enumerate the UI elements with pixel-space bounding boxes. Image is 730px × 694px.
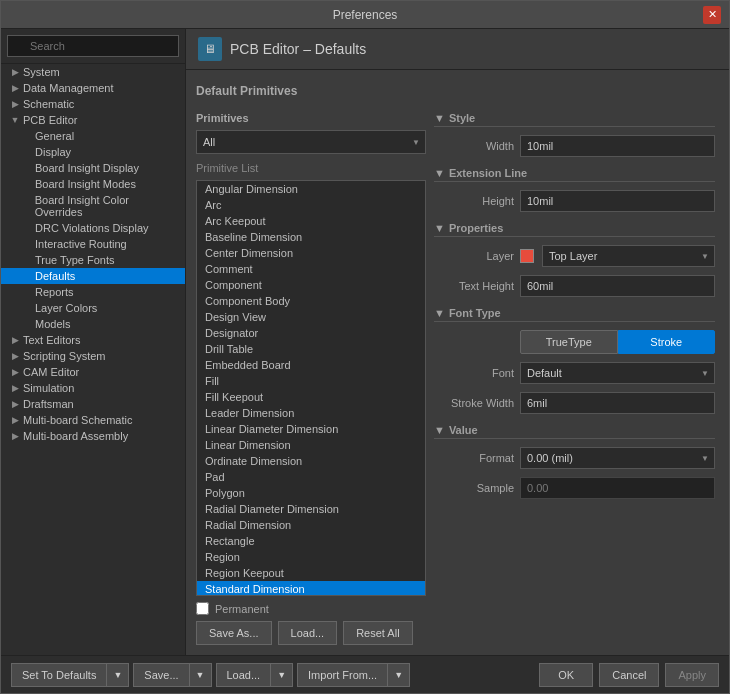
collapse-font-icon: ▼ (434, 307, 445, 319)
list-item-ordinate-dim[interactable]: Ordinate Dimension (197, 453, 425, 469)
font-select-wrapper: Default (520, 362, 715, 384)
sidebar-item-label-schematic: Schematic (23, 98, 74, 110)
sidebar-item-simulation[interactable]: ▶ Simulation (1, 380, 185, 396)
list-item-angular-dim[interactable]: Angular Dimension (197, 181, 425, 197)
sidebar-item-reports[interactable]: Reports (1, 284, 185, 300)
primitive-list-label: Primitive List (196, 162, 426, 174)
list-item-radial-diam-dim[interactable]: Radial Diameter Dimension (197, 501, 425, 517)
primitives-header: Primitives (196, 112, 426, 124)
sidebar-item-defaults[interactable]: Defaults (1, 268, 185, 284)
format-select[interactable]: 0.00 (mil) (520, 447, 715, 469)
list-item-drill-table[interactable]: Drill Table (197, 341, 425, 357)
sidebar-item-general[interactable]: General (1, 128, 185, 144)
text-height-input[interactable] (520, 275, 715, 297)
list-item-component-body[interactable]: Component Body (197, 293, 425, 309)
list-item-fill[interactable]: Fill (197, 373, 425, 389)
list-item-comment[interactable]: Comment (197, 261, 425, 277)
cancel-button[interactable]: Cancel (599, 663, 659, 687)
list-item-embedded-board[interactable]: Embedded Board (197, 357, 425, 373)
list-item-linear-diam-dim[interactable]: Linear Diameter Dimension (197, 421, 425, 437)
font-select[interactable]: Default (520, 362, 715, 384)
list-item-component[interactable]: Component (197, 277, 425, 293)
sidebar-item-board-insight-display[interactable]: Board Insight Display (1, 160, 185, 176)
footer-load-arrow[interactable]: ▼ (271, 663, 293, 687)
list-item-arc[interactable]: Arc (197, 197, 425, 213)
truetype-button[interactable]: TrueType (520, 330, 618, 354)
sidebar-item-pcb-editor[interactable]: ▼ PCB Editor (1, 112, 185, 128)
format-select-wrapper: 0.00 (mil) (520, 447, 715, 469)
sidebar-item-layer-colors[interactable]: Layer Colors (1, 300, 185, 316)
list-item-rectangle[interactable]: Rectangle (197, 533, 425, 549)
footer-save-arrow[interactable]: ▼ (190, 663, 212, 687)
tree-arrow-system: ▶ (9, 67, 21, 77)
height-input[interactable] (520, 190, 715, 212)
tree-arrow-data-management: ▶ (9, 83, 21, 93)
search-input[interactable] (7, 35, 179, 57)
list-item-radial-dim[interactable]: Radial Dimension (197, 517, 425, 533)
list-item-fill-keepout[interactable]: Fill Keepout (197, 389, 425, 405)
apply-button[interactable]: Apply (665, 663, 719, 687)
sidebar-item-draftsman[interactable]: ▶ Draftsman (1, 396, 185, 412)
footer-load-button[interactable]: Load... (216, 663, 272, 687)
import-from-arrow[interactable]: ▼ (388, 663, 410, 687)
stroke-button[interactable]: Stroke (618, 330, 716, 354)
sidebar-item-label-mbs: Multi-board Schematic (23, 414, 132, 426)
sidebar-item-drc-violations[interactable]: DRC Violations Display (1, 220, 185, 236)
sidebar-item-label-scripting: Scripting System (23, 350, 106, 362)
stroke-width-input[interactable] (520, 392, 715, 414)
stroke-width-label: Stroke Width (434, 397, 514, 409)
sidebar-item-display[interactable]: Display (1, 144, 185, 160)
style-title: Style (449, 112, 475, 124)
sidebar-item-interactive-routing[interactable]: Interactive Routing (1, 236, 185, 252)
width-input[interactable] (520, 135, 715, 157)
save-as-button[interactable]: Save As... (196, 621, 272, 645)
properties-title: Properties (449, 222, 503, 234)
sidebar-item-label-defaults: Defaults (35, 270, 75, 282)
sidebar-item-system[interactable]: ▶ System (1, 64, 185, 80)
list-item-design-view[interactable]: Design View (197, 309, 425, 325)
sidebar-item-models[interactable]: Models (1, 316, 185, 332)
list-item-linear-dim[interactable]: Linear Dimension (197, 437, 425, 453)
list-item-pad[interactable]: Pad (197, 469, 425, 485)
right-panel: 🖥 PCB Editor – Defaults Default Primitiv… (186, 29, 729, 655)
list-item-region[interactable]: Region (197, 549, 425, 565)
list-item-leader-dim[interactable]: Leader Dimension (197, 405, 425, 421)
sidebar-item-schematic[interactable]: ▶ Schematic (1, 96, 185, 112)
list-item-arc-keepout[interactable]: Arc Keepout (197, 213, 425, 229)
tree: ▶ System ▶ Data Management ▶ Schematic ▼… (1, 64, 185, 655)
panel-header: 🖥 PCB Editor – Defaults (186, 29, 729, 70)
close-button[interactable]: ✕ (703, 6, 721, 24)
ok-button[interactable]: OK (539, 663, 593, 687)
sidebar-item-data-management[interactable]: ▶ Data Management (1, 80, 185, 96)
list-item-polygon[interactable]: Polygon (197, 485, 425, 501)
permanent-checkbox[interactable] (196, 602, 209, 615)
sidebar-item-board-insight-color-overrides[interactable]: Board Insight Color Overrides (1, 192, 185, 220)
sidebar-item-board-insight-modes[interactable]: Board Insight Modes (1, 176, 185, 192)
set-to-defaults-button[interactable]: Set To Defaults (11, 663, 107, 687)
list-item-standard-dim[interactable]: Standard Dimension (197, 581, 425, 596)
sidebar-item-text-editors[interactable]: ▶ Text Editors (1, 332, 185, 348)
sidebar-item-multi-board-assembly[interactable]: ▶ Multi-board Assembly (1, 428, 185, 444)
sidebar-item-multi-board-schematic[interactable]: ▶ Multi-board Schematic (1, 412, 185, 428)
layer-row: Layer Top Layer (434, 243, 715, 269)
sidebar-item-label-sim: Simulation (23, 382, 74, 394)
list-item-region-keepout[interactable]: Region Keepout (197, 565, 425, 581)
primitives-select[interactable]: All (196, 130, 426, 154)
sidebar-item-label-bid: Board Insight Display (35, 162, 139, 174)
layer-select[interactable]: Top Layer (542, 245, 715, 267)
list-item-center-dim[interactable]: Center Dimension (197, 245, 425, 261)
list-item-designator[interactable]: Designator (197, 325, 425, 341)
set-to-defaults-arrow[interactable]: ▼ (107, 663, 129, 687)
layer-select-wrapper: Top Layer (542, 245, 715, 267)
footer-save-button[interactable]: Save... (133, 663, 189, 687)
font-type-toggle: TrueType Stroke (520, 330, 715, 354)
list-item-baseline-dim[interactable]: Baseline Dimension (197, 229, 425, 245)
layer-color-swatch[interactable] (520, 249, 534, 263)
load-button[interactable]: Load... (278, 621, 338, 645)
reset-all-button[interactable]: Reset All (343, 621, 412, 645)
panel-icon: 🖥 (198, 37, 222, 61)
sidebar-item-true-type-fonts[interactable]: True Type Fonts (1, 252, 185, 268)
sidebar-item-scripting-system[interactable]: ▶ Scripting System (1, 348, 185, 364)
sidebar-item-cam-editor[interactable]: ▶ CAM Editor (1, 364, 185, 380)
import-from-button[interactable]: Import From... (297, 663, 388, 687)
